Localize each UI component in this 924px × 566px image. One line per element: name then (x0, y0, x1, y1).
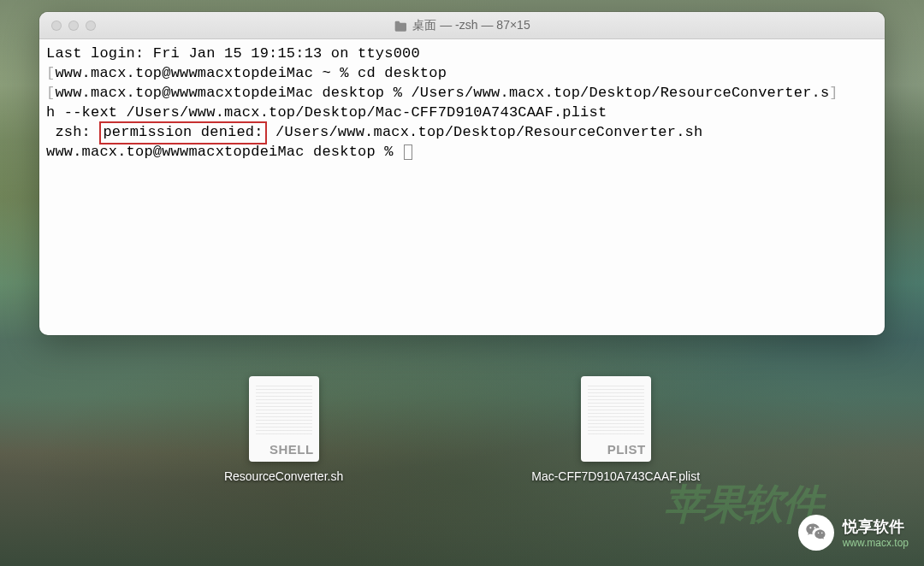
maximize-button[interactable] (86, 21, 96, 31)
file-name-label: ResourceConverter.sh (224, 469, 343, 484)
close-button[interactable] (51, 21, 62, 31)
window-controls (39, 21, 96, 31)
desktop-file-plist[interactable]: PLIST Mac-CFF7D910A743CAAF.plist (531, 376, 700, 484)
file-icon-shell: SHELL (249, 376, 319, 462)
file-type-label: PLIST (586, 442, 646, 457)
wechat-icon (798, 515, 834, 551)
terminal-line: www.macx.top@wwwmacxtopdeiMac ~ % cd des… (55, 65, 447, 81)
watermark-logo: 悦享软件 www.macx.top (798, 515, 909, 551)
terminal-line: zsh: (46, 124, 99, 140)
error-highlight: permission denied: (99, 121, 266, 144)
bracket: [ (46, 65, 55, 81)
window-title: 桌面 — -zsh — 87×15 (394, 18, 530, 33)
watermark-text-group: 悦享软件 www.macx.top (843, 516, 909, 549)
file-type-label: SHELL (254, 442, 314, 457)
bracket: ] (829, 85, 838, 101)
terminal-line: /Users/www.macx.top/Desktop/ResourceConv… (267, 124, 703, 140)
terminal-window[interactable]: 桌面 — -zsh — 87×15 Last login: Fri Jan 15… (39, 12, 885, 335)
file-icon-plist: PLIST (581, 376, 651, 462)
folder-icon (394, 20, 407, 32)
desktop-file-shell[interactable]: SHELL ResourceConverter.sh (224, 376, 343, 484)
terminal-output[interactable]: Last login: Fri Jan 15 19:15:13 on ttys0… (39, 39, 885, 168)
watermark-sub-text: www.macx.top (843, 537, 909, 549)
minimize-button[interactable] (68, 21, 79, 31)
terminal-line: h --kext /Users/www.macx.top/Desktop/Mac… (46, 104, 607, 121)
window-title-bar[interactable]: 桌面 — -zsh — 87×15 (39, 12, 885, 39)
cursor (404, 144, 412, 160)
desktop-files-area: SHELL ResourceConverter.sh PLIST Mac-CFF… (0, 376, 924, 484)
terminal-prompt: www.macx.top@wwwmacxtopdeiMac desktop % (46, 144, 402, 160)
terminal-line: www.macx.top@wwwmacxtopdeiMac desktop % … (55, 85, 829, 101)
window-title-text: 桌面 — -zsh — 87×15 (412, 18, 530, 33)
terminal-line: Last login: Fri Jan 15 19:15:13 on ttys0… (46, 45, 420, 62)
bracket: [ (46, 85, 55, 101)
watermark-main-text: 悦享软件 (843, 516, 909, 537)
